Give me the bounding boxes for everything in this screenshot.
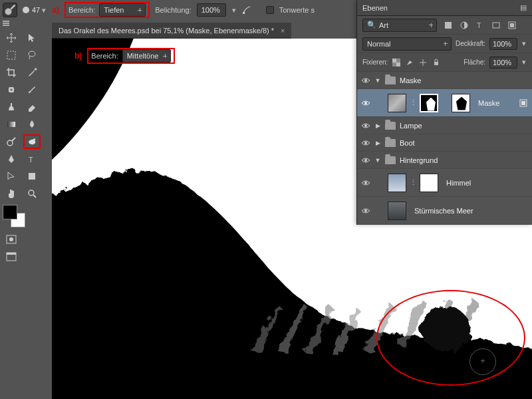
panel-tab-bar: Ebenen ▤ xyxy=(357,0,532,16)
burn-tool[interactable] xyxy=(23,134,41,149)
document-tab[interactable]: Das Orakel des Meeres.psd bei 75,1% (Mas… xyxy=(59,27,274,35)
tonwerte-checkbox[interactable] xyxy=(266,6,274,14)
filter-type-icon[interactable]: T xyxy=(475,21,485,30)
lock-transparency-icon[interactable] xyxy=(392,58,401,67)
chevron-down-icon[interactable]: ▾ xyxy=(41,6,47,15)
close-tab-icon[interactable]: × xyxy=(281,27,285,35)
svg-text:T: T xyxy=(29,156,33,164)
annotation-b-group: b) Bereich: Mitteltöne xyxy=(74,48,175,64)
layer-group-hintergrund[interactable]: ▼ Hintergrund xyxy=(357,152,532,169)
eyedropper-tool[interactable] xyxy=(23,65,41,80)
marquee-tool[interactable] xyxy=(3,48,20,63)
zoom-tool[interactable] xyxy=(23,186,41,201)
shape-tool[interactable] xyxy=(23,169,41,184)
layer-thumb[interactable] xyxy=(388,174,406,192)
gradient-tool[interactable] xyxy=(3,117,20,132)
brush-size-value: 47 xyxy=(32,6,40,14)
triangle-right-icon[interactable]: ▶ xyxy=(374,140,381,146)
layer-himmel[interactable]: ⋮ Himmel xyxy=(357,169,532,197)
visibility-icon[interactable] xyxy=(361,121,370,130)
healing-brush-tool[interactable] xyxy=(3,82,20,97)
layer-label: Himmel xyxy=(446,179,471,187)
quickmask-icon[interactable] xyxy=(3,233,20,246)
layer-maske[interactable]: ⋮ Maske xyxy=(357,89,532,117)
eraser-tool[interactable] xyxy=(23,100,41,114)
brush-tool[interactable] xyxy=(23,82,41,97)
visibility-icon[interactable] xyxy=(361,98,370,108)
belichtung-field[interactable]: 100% xyxy=(197,3,226,17)
layer-group-lampe[interactable]: ▶ Lampe xyxy=(357,117,532,134)
search-icon: 🔍 xyxy=(367,21,376,29)
svg-point-1 xyxy=(243,12,245,15)
visibility-icon[interactable] xyxy=(361,156,370,165)
bereich-value-b: Mitteltöne xyxy=(127,52,159,60)
lock-pixels-icon[interactable] xyxy=(405,58,414,67)
group-label: Lampe xyxy=(400,122,422,130)
airbrush-icon[interactable] xyxy=(242,5,251,15)
chevron-down-icon[interactable]: ▾ xyxy=(521,58,527,66)
tab-layers[interactable]: Ebenen xyxy=(362,4,388,12)
fill-field[interactable]: 100% xyxy=(489,57,517,68)
layer-thumb[interactable] xyxy=(388,94,406,112)
hand-tool[interactable] xyxy=(3,186,20,201)
svg-point-31 xyxy=(364,142,367,144)
crop-tool[interactable] xyxy=(3,65,20,80)
color-swatches[interactable] xyxy=(3,205,29,229)
chevron-down-icon[interactable]: ▾ xyxy=(231,6,237,15)
link-icon[interactable]: ⋮ xyxy=(410,178,416,188)
screenmode-icon[interactable] xyxy=(3,250,20,263)
visibility-icon[interactable] xyxy=(361,178,370,188)
lock-all-icon[interactable] xyxy=(432,58,441,67)
filter-adjust-icon[interactable] xyxy=(460,21,469,30)
brush-preview[interactable]: 47 ▾ xyxy=(23,6,47,15)
path-select-tool[interactable] xyxy=(3,169,20,184)
triangle-right-icon[interactable]: ▶ xyxy=(374,122,381,129)
layer-mask-thumb[interactable] xyxy=(420,94,438,112)
foreground-color-swatch[interactable] xyxy=(3,205,17,219)
pen-tool[interactable] xyxy=(3,152,20,166)
bereich-dropdown-a[interactable]: Tiefen xyxy=(99,3,146,17)
dodge-tool[interactable] xyxy=(3,134,20,149)
annotation-b: b) xyxy=(74,51,82,61)
chevron-down-icon[interactable]: ▾ xyxy=(521,39,527,48)
layer-thumb[interactable] xyxy=(388,201,406,220)
filter-pixel-icon[interactable] xyxy=(444,21,453,30)
visibility-icon[interactable] xyxy=(361,138,370,148)
move-tool[interactable] xyxy=(3,31,20,45)
layer-meer[interactable]: Stürmisches Meer xyxy=(357,197,532,225)
layer-mask-thumb[interactable] xyxy=(420,174,438,192)
layer-filter-dropdown[interactable]: 🔍 Art xyxy=(362,19,437,32)
filter-shape-icon[interactable] xyxy=(491,21,501,30)
visibility-icon[interactable] xyxy=(361,76,370,85)
bereich-dropdown-b[interactable]: Mitteltöne xyxy=(122,49,172,63)
opacity-field[interactable]: 100% xyxy=(489,38,517,50)
type-tool[interactable]: T xyxy=(23,152,41,166)
triangle-down-icon[interactable]: ▼ xyxy=(374,77,381,84)
svg-point-33 xyxy=(364,182,367,184)
svg-point-34 xyxy=(364,209,367,212)
layer-mask-thumb-2[interactable] xyxy=(452,94,470,112)
tool-preset-icon[interactable] xyxy=(3,3,17,17)
selection-arrow-tool[interactable] xyxy=(23,31,41,45)
svg-point-13 xyxy=(9,237,13,241)
blur-tool[interactable] xyxy=(23,117,41,132)
layer-group-boot[interactable]: ▶ Boot xyxy=(357,134,532,152)
folder-icon xyxy=(385,76,396,84)
layer-group-maske[interactable]: ▼ Maske xyxy=(357,72,532,89)
toolbox-grip-icon[interactable] xyxy=(0,20,12,27)
group-label: Hintergrund xyxy=(400,156,438,164)
triangle-down-icon[interactable]: ▼ xyxy=(374,157,381,164)
folder-icon xyxy=(385,139,396,147)
svg-point-0 xyxy=(5,9,12,15)
clone-stamp-tool[interactable] xyxy=(3,100,20,114)
svg-rect-23 xyxy=(392,59,396,63)
blend-mode-dropdown[interactable]: Normal xyxy=(362,37,452,51)
belichtung-value: 100% xyxy=(201,6,220,14)
visibility-icon[interactable] xyxy=(361,206,370,215)
lock-position-icon[interactable] xyxy=(418,58,428,67)
filter-smart-icon[interactable] xyxy=(507,21,517,30)
lasso-tool[interactable] xyxy=(23,48,41,63)
link-icon[interactable]: ⋮ xyxy=(410,98,416,108)
group-label: Boot xyxy=(400,139,415,147)
panel-menu-icon[interactable]: ▤ xyxy=(520,3,527,12)
